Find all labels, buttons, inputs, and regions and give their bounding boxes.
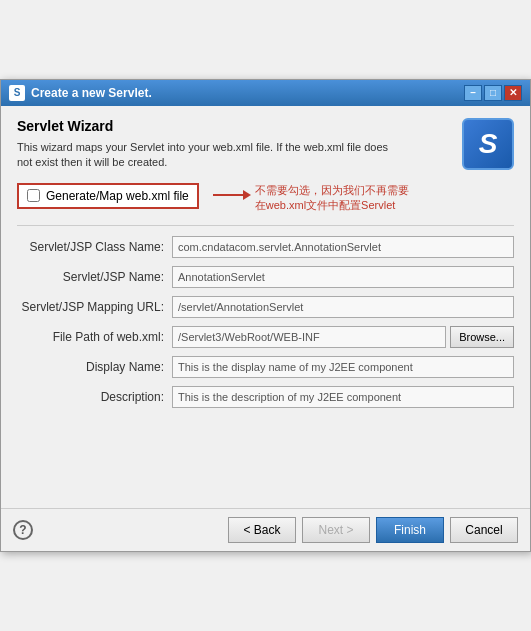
- form-row-servlet-name: Servlet/JSP Name:: [17, 266, 514, 288]
- wizard-title: Servlet Wizard: [17, 118, 397, 134]
- titlebar-icon: S: [9, 85, 25, 101]
- next-button[interactable]: Next >: [302, 517, 370, 543]
- browse-button[interactable]: Browse...: [450, 326, 514, 348]
- content-spacer: [17, 416, 514, 496]
- input-description[interactable]: [172, 386, 514, 408]
- generate-webxml-checkbox[interactable]: [27, 189, 40, 202]
- wizard-description: This wizard maps your Servlet into your …: [17, 140, 397, 171]
- checkbox-label[interactable]: Generate/Map web.xml file: [46, 189, 189, 203]
- svg-marker-1: [243, 190, 251, 200]
- footer: ? < Back Next > Finish Cancel: [1, 508, 530, 551]
- label-class-name: Servlet/JSP Class Name:: [17, 240, 172, 254]
- annotation-text: 不需要勾选，因为我们不再需要在web.xml文件中配置Servlet: [255, 183, 415, 214]
- form-fields: Servlet/JSP Class Name: Servlet/JSP Name…: [17, 236, 514, 408]
- arrow-icon: [211, 185, 251, 205]
- footer-buttons: < Back Next > Finish Cancel: [228, 517, 518, 543]
- input-servlet-name[interactable]: [172, 266, 514, 288]
- header-text: Servlet Wizard This wizard maps your Ser…: [17, 118, 397, 171]
- close-button[interactable]: ✕: [504, 85, 522, 101]
- form-row-mapping-url: Servlet/JSP Mapping URL:: [17, 296, 514, 318]
- input-mapping-url[interactable]: [172, 296, 514, 318]
- titlebar: S Create a new Servlet. – □ ✕: [1, 80, 530, 106]
- form-row-class-name: Servlet/JSP Class Name:: [17, 236, 514, 258]
- checkbox-row: Generate/Map web.xml file 不需要勾选，因为我们不再需要…: [17, 183, 514, 214]
- footer-left: ?: [13, 520, 33, 540]
- titlebar-title: Create a new Servlet.: [31, 86, 152, 100]
- cancel-button[interactable]: Cancel: [450, 517, 518, 543]
- divider: [17, 225, 514, 226]
- label-display-name: Display Name:: [17, 360, 172, 374]
- maximize-button[interactable]: □: [484, 85, 502, 101]
- dialog-content: Servlet Wizard This wizard maps your Ser…: [1, 106, 530, 509]
- label-file-path: File Path of web.xml:: [17, 330, 172, 344]
- minimize-button[interactable]: –: [464, 85, 482, 101]
- form-row-file-path: File Path of web.xml: Browse...: [17, 326, 514, 348]
- checkbox-container: Generate/Map web.xml file: [17, 183, 199, 209]
- titlebar-controls: – □ ✕: [464, 85, 522, 101]
- header-section: Servlet Wizard This wizard maps your Ser…: [17, 118, 514, 171]
- label-description: Description:: [17, 390, 172, 404]
- label-mapping-url: Servlet/JSP Mapping URL:: [17, 300, 172, 314]
- arrow-annotation: 不需要勾选，因为我们不再需要在web.xml文件中配置Servlet: [211, 183, 415, 214]
- back-button[interactable]: < Back: [228, 517, 296, 543]
- input-class-name[interactable]: [172, 236, 514, 258]
- input-display-name[interactable]: [172, 356, 514, 378]
- form-row-description: Description:: [17, 386, 514, 408]
- form-row-display-name: Display Name:: [17, 356, 514, 378]
- input-file-path[interactable]: [172, 326, 446, 348]
- dialog-window: S Create a new Servlet. – □ ✕ Servlet Wi…: [0, 79, 531, 553]
- help-button[interactable]: ?: [13, 520, 33, 540]
- wizard-logo: S: [462, 118, 514, 170]
- finish-button[interactable]: Finish: [376, 517, 444, 543]
- titlebar-left: S Create a new Servlet.: [9, 85, 152, 101]
- label-servlet-name: Servlet/JSP Name:: [17, 270, 172, 284]
